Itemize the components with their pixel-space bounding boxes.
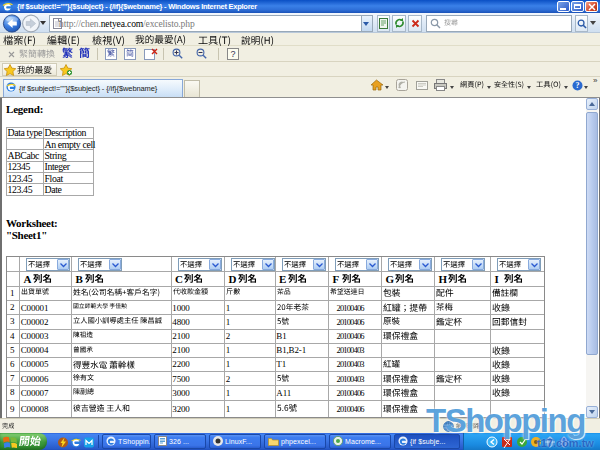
- svg-text:?: ?: [230, 49, 235, 59]
- svg-text:?: ?: [576, 81, 580, 90]
